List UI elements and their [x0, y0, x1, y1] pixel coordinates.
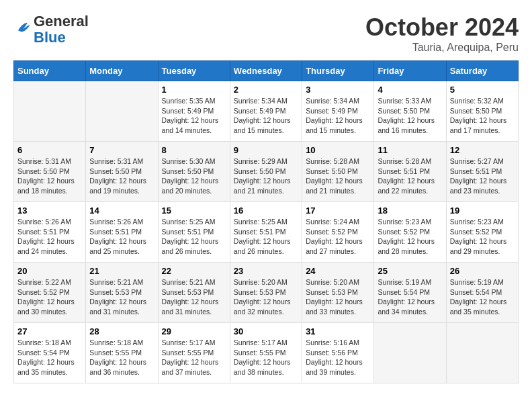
weekday-header-friday: Friday [374, 61, 446, 81]
calendar-cell: 26 Sunrise: 5:19 AM Sunset: 5:54 PM Dayl… [446, 263, 518, 323]
sunrise-text: Sunrise: 5:28 AM [306, 157, 359, 165]
daylight-text: Daylight: 12 hours and 16 minutes. [378, 116, 435, 134]
day-info: Sunrise: 5:16 AM Sunset: 5:56 PM Dayligh… [306, 338, 370, 377]
day-number: 21 [89, 266, 154, 276]
daylight-text: Daylight: 12 hours and 22 minutes. [378, 177, 435, 195]
calendar-cell: 17 Sunrise: 5:24 AM Sunset: 5:52 PM Dayl… [302, 202, 374, 263]
sunset-text: Sunset: 5:49 PM [162, 107, 214, 115]
day-number: 9 [234, 145, 298, 155]
day-info: Sunrise: 5:23 AM Sunset: 5:52 PM Dayligh… [450, 217, 515, 257]
day-number: 8 [162, 145, 226, 155]
day-info: Sunrise: 5:25 AM Sunset: 5:51 PM Dayligh… [234, 217, 298, 257]
sunset-text: Sunset: 5:50 PM [234, 167, 286, 175]
sunrise-text: Sunrise: 5:32 AM [450, 97, 504, 105]
day-number: 5 [450, 85, 515, 95]
daylight-text: Daylight: 12 hours and 28 minutes. [378, 237, 435, 255]
day-number: 16 [234, 205, 298, 216]
day-info: Sunrise: 5:28 AM Sunset: 5:50 PM Dayligh… [306, 156, 370, 196]
day-number: 26 [450, 266, 515, 276]
calendar-cell: 22 Sunrise: 5:21 AM Sunset: 5:53 PM Dayl… [158, 263, 230, 323]
sunrise-text: Sunrise: 5:22 AM [17, 278, 71, 286]
sunset-text: Sunset: 5:50 PM [378, 107, 430, 115]
month-title: October 2024 [365, 13, 519, 42]
sunset-text: Sunset: 5:55 PM [162, 349, 214, 357]
daylight-text: Daylight: 12 hours and 34 minutes. [378, 298, 435, 316]
daylight-text: Daylight: 12 hours and 15 minutes. [234, 116, 291, 134]
logo-text-blue: Blue [34, 30, 89, 46]
sunrise-text: Sunrise: 5:26 AM [89, 218, 143, 226]
sunset-text: Sunset: 5:49 PM [306, 107, 358, 115]
sunset-text: Sunset: 5:51 PM [17, 228, 70, 236]
day-info: Sunrise: 5:23 AM Sunset: 5:52 PM Dayligh… [378, 217, 442, 257]
day-number: 18 [378, 205, 442, 216]
calendar-cell [86, 81, 158, 142]
sunset-text: Sunset: 5:55 PM [89, 349, 142, 357]
day-info: Sunrise: 5:17 AM Sunset: 5:55 PM Dayligh… [234, 338, 298, 377]
daylight-text: Daylight: 12 hours and 25 minutes. [89, 237, 146, 255]
sunset-text: Sunset: 5:56 PM [306, 349, 358, 357]
daylight-text: Daylight: 12 hours and 23 minutes. [450, 177, 507, 195]
day-number: 15 [162, 205, 226, 216]
sunset-text: Sunset: 5:52 PM [450, 228, 502, 236]
day-number: 29 [162, 326, 226, 336]
day-number: 17 [306, 205, 370, 216]
day-info: Sunrise: 5:19 AM Sunset: 5:54 PM Dayligh… [450, 277, 515, 317]
sunset-text: Sunset: 5:49 PM [234, 107, 286, 115]
weekday-header-monday: Monday [86, 61, 158, 81]
day-info: Sunrise: 5:25 AM Sunset: 5:51 PM Dayligh… [162, 217, 226, 257]
sunrise-text: Sunrise: 5:20 AM [306, 278, 359, 286]
sunrise-text: Sunrise: 5:23 AM [450, 218, 504, 226]
day-number: 4 [378, 85, 442, 95]
weekday-header-saturday: Saturday [446, 61, 518, 81]
day-info: Sunrise: 5:17 AM Sunset: 5:55 PM Dayligh… [162, 338, 226, 377]
calendar-cell: 21 Sunrise: 5:21 AM Sunset: 5:53 PM Dayl… [86, 263, 158, 323]
day-info: Sunrise: 5:22 AM Sunset: 5:52 PM Dayligh… [17, 277, 82, 317]
day-info: Sunrise: 5:18 AM Sunset: 5:55 PM Dayligh… [89, 338, 154, 377]
day-number: 24 [306, 266, 370, 276]
logo-icon [13, 19, 32, 38]
calendar-cell: 25 Sunrise: 5:19 AM Sunset: 5:54 PM Dayl… [374, 263, 446, 323]
calendar-cell: 29 Sunrise: 5:17 AM Sunset: 5:55 PM Dayl… [158, 323, 230, 383]
calendar-cell: 10 Sunrise: 5:28 AM Sunset: 5:50 PM Dayl… [302, 142, 374, 202]
daylight-text: Daylight: 12 hours and 36 minutes. [89, 358, 146, 376]
sunset-text: Sunset: 5:53 PM [162, 288, 214, 296]
day-info: Sunrise: 5:20 AM Sunset: 5:53 PM Dayligh… [234, 277, 298, 317]
sunrise-text: Sunrise: 5:19 AM [378, 278, 431, 286]
day-number: 6 [17, 145, 82, 155]
day-number: 22 [162, 266, 226, 276]
day-info: Sunrise: 5:27 AM Sunset: 5:51 PM Dayligh… [450, 156, 515, 196]
calendar-cell: 19 Sunrise: 5:23 AM Sunset: 5:52 PM Dayl… [446, 202, 518, 263]
day-number: 14 [89, 205, 154, 216]
daylight-text: Daylight: 12 hours and 31 minutes. [89, 298, 146, 316]
weekday-header-sunday: Sunday [14, 61, 86, 81]
sunset-text: Sunset: 5:53 PM [89, 288, 142, 296]
sunrise-text: Sunrise: 5:17 AM [162, 338, 216, 347]
daylight-text: Daylight: 12 hours and 35 minutes. [450, 298, 507, 316]
sunset-text: Sunset: 5:50 PM [17, 167, 70, 175]
sunset-text: Sunset: 5:53 PM [234, 288, 286, 296]
sunset-text: Sunset: 5:50 PM [89, 167, 142, 175]
day-number: 10 [306, 145, 370, 155]
daylight-text: Daylight: 12 hours and 21 minutes. [234, 177, 291, 195]
sunset-text: Sunset: 5:52 PM [17, 288, 70, 296]
location-text: Tauria, Arequipa, Peru [365, 42, 519, 54]
day-info: Sunrise: 5:29 AM Sunset: 5:50 PM Dayligh… [234, 156, 298, 196]
day-info: Sunrise: 5:31 AM Sunset: 5:50 PM Dayligh… [89, 156, 154, 196]
sunrise-text: Sunrise: 5:17 AM [234, 338, 287, 347]
calendar-cell [446, 323, 518, 383]
day-number: 7 [89, 145, 154, 155]
sunset-text: Sunset: 5:50 PM [162, 167, 214, 175]
sunrise-text: Sunrise: 5:19 AM [450, 278, 504, 286]
day-number: 25 [378, 266, 442, 276]
weekday-header-wednesday: Wednesday [230, 61, 302, 81]
calendar-cell: 6 Sunrise: 5:31 AM Sunset: 5:50 PM Dayli… [14, 142, 86, 202]
calendar-cell: 7 Sunrise: 5:31 AM Sunset: 5:50 PM Dayli… [86, 142, 158, 202]
calendar-cell: 23 Sunrise: 5:20 AM Sunset: 5:53 PM Dayl… [230, 263, 302, 323]
daylight-text: Daylight: 12 hours and 27 minutes. [306, 237, 363, 255]
daylight-text: Daylight: 12 hours and 26 minutes. [162, 237, 219, 255]
day-number: 19 [450, 205, 515, 216]
sunrise-text: Sunrise: 5:18 AM [89, 338, 143, 347]
sunset-text: Sunset: 5:52 PM [306, 228, 358, 236]
daylight-text: Daylight: 12 hours and 21 minutes. [306, 177, 363, 195]
day-info: Sunrise: 5:34 AM Sunset: 5:49 PM Dayligh… [306, 96, 370, 136]
